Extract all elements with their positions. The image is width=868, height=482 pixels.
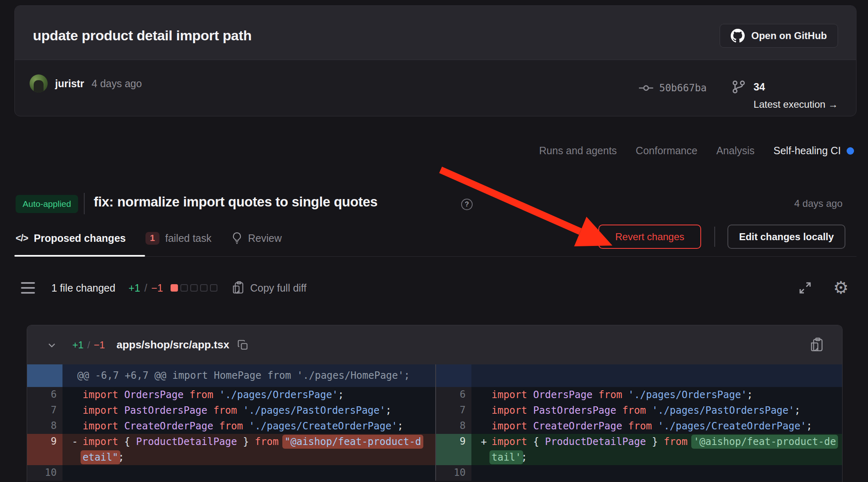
fix-title: fix: normalize import quotes to single q… bbox=[94, 194, 378, 210]
file-stat-slash: / bbox=[87, 339, 90, 351]
tab-review[interactable]: Review bbox=[231, 232, 282, 244]
code-token: './pages/CreateOrderPage' bbox=[249, 420, 397, 432]
open-on-github-button[interactable]: Open on GitHub bbox=[720, 24, 838, 48]
code-token bbox=[527, 389, 533, 401]
line-number-left: 7 bbox=[27, 403, 62, 418]
copy-full-diff-button[interactable]: Copy full diff bbox=[231, 281, 307, 295]
file-deletions: −1 bbox=[94, 339, 105, 351]
code-token: from bbox=[598, 389, 622, 401]
code-text: import CreateOrderPage from './pages/Cre… bbox=[72, 418, 435, 434]
code-token: import bbox=[492, 389, 527, 401]
code-line-left: import OrdersPage from './pages/OrdersPa… bbox=[62, 387, 435, 403]
code-token: } bbox=[237, 436, 255, 447]
hunk-row: @@ -6,7 +6,7 @@ import HomePage from './… bbox=[27, 364, 842, 387]
commit-meta: 50b667ba 34 Latest execution → bbox=[639, 80, 838, 110]
code-token: from bbox=[213, 405, 237, 416]
help-icon[interactable]: ? bbox=[461, 199, 473, 210]
code-line-right: +import { ProductDetailPage } from '@ais… bbox=[471, 434, 842, 465]
additions-stat: +1 bbox=[129, 282, 141, 294]
commit-sha-group[interactable]: 50b667ba bbox=[639, 80, 707, 96]
diff-marker: + bbox=[481, 434, 492, 450]
execution-group: 34 Latest execution → bbox=[732, 80, 838, 110]
code-token: from bbox=[628, 420, 652, 432]
copy-icon bbox=[231, 281, 245, 295]
hunk-gutter-right bbox=[436, 364, 471, 387]
code-token: import bbox=[492, 420, 527, 432]
latest-execution-link[interactable]: Latest execution → bbox=[754, 99, 838, 110]
line-number-left: 9 bbox=[27, 434, 62, 465]
code-token: from bbox=[189, 389, 213, 401]
code-token bbox=[213, 389, 219, 401]
revert-changes-button[interactable]: Revert changes bbox=[598, 225, 701, 249]
auto-applied-badge: Auto-applied bbox=[16, 195, 78, 213]
code-token bbox=[622, 389, 628, 401]
line-number-left: 6 bbox=[27, 387, 62, 403]
diff-row: 6import OrdersPage from './pages/OrdersP… bbox=[27, 387, 842, 403]
code-text: tail'; bbox=[481, 450, 842, 465]
copy-icon[interactable] bbox=[237, 339, 249, 351]
code-token: './pages/PastOrdersPage' bbox=[652, 405, 794, 416]
lightbulb-icon bbox=[231, 232, 242, 244]
code-token: import bbox=[83, 436, 118, 447]
code-token: from bbox=[622, 405, 646, 416]
code-token bbox=[213, 420, 219, 432]
expand-icon[interactable] bbox=[798, 280, 813, 295]
line-number-right: 7 bbox=[436, 403, 471, 418]
tab-review-label: Review bbox=[248, 232, 282, 244]
code-token: import bbox=[83, 389, 118, 401]
divider bbox=[84, 193, 85, 214]
tab-failed-task[interactable]: 1 failed task bbox=[145, 232, 212, 245]
code-token: tail' bbox=[489, 450, 523, 464]
commit-sha: 50b667ba bbox=[659, 82, 707, 94]
edit-changes-locally-button[interactable]: Edit changes locally bbox=[727, 225, 845, 249]
status-dot bbox=[847, 147, 854, 155]
code-token: ; bbox=[397, 420, 403, 432]
tab-proposed-changes-label: Proposed changes bbox=[34, 232, 126, 244]
code-token: import bbox=[492, 405, 527, 416]
code-token bbox=[118, 389, 124, 401]
avatar[interactable] bbox=[30, 74, 48, 93]
diff-card: +1 / −1 apps/shop/src/app.tsx @@ -6,7 +6… bbox=[27, 325, 843, 482]
code-token bbox=[652, 420, 658, 432]
nav-self-healing-ci[interactable]: Self-healing CI bbox=[773, 145, 854, 157]
file-path: apps/shop/src/app.tsx bbox=[116, 338, 229, 351]
nav-analysis[interactable]: Analysis bbox=[716, 145, 755, 157]
diff-body: @@ -6,7 +6,7 @@ import HomePage from './… bbox=[27, 364, 842, 481]
code-token: ; bbox=[747, 389, 753, 401]
code-text: import OrdersPage from './pages/OrdersPa… bbox=[72, 387, 435, 403]
nav-runs-and-agents[interactable]: Runs and agents bbox=[539, 145, 617, 157]
nav-conformance[interactable]: Conformance bbox=[636, 145, 697, 157]
divider bbox=[714, 227, 715, 247]
github-icon bbox=[731, 29, 745, 43]
tabs: </> Proposed changes 1 failed task Revie… bbox=[16, 228, 282, 248]
code-token: CreateOrderPage bbox=[533, 420, 622, 432]
line-number-left: 10 bbox=[27, 465, 62, 481]
diff-row: 7import PastOrdersPage from './pages/Pas… bbox=[27, 403, 842, 418]
hamburger-icon[interactable] bbox=[21, 282, 35, 294]
diff-stat-square bbox=[210, 284, 217, 292]
code-text: import PastOrdersPage from './pages/Past… bbox=[72, 403, 435, 418]
active-tab-underline bbox=[14, 255, 145, 257]
code-token: OrdersPage bbox=[124, 389, 184, 401]
line-number-right: 10 bbox=[436, 465, 471, 481]
gear-icon[interactable]: ⚙ bbox=[833, 280, 849, 295]
code-token: "@aishop/feat-product-d bbox=[282, 435, 423, 449]
chevron-down-icon[interactable] bbox=[46, 339, 58, 351]
copy-file-diff-icon[interactable] bbox=[809, 337, 824, 353]
code-token: { bbox=[527, 436, 545, 447]
code-line-right: import CreateOrderPage from './pages/Cre… bbox=[471, 418, 842, 434]
code-token: OrdersPage bbox=[533, 389, 593, 401]
diff-stat-square bbox=[171, 284, 178, 292]
code-token: './pages/OrdersPage' bbox=[628, 389, 747, 401]
tab-proposed-changes[interactable]: </> Proposed changes bbox=[16, 232, 126, 244]
code-token: { bbox=[118, 436, 136, 447]
code-line-left: import PastOrdersPage from './pages/Past… bbox=[62, 403, 435, 418]
code-line-left: import CreateOrderPage from './pages/Cre… bbox=[62, 418, 435, 434]
code-token bbox=[118, 420, 124, 432]
top-nav: Runs and agents Conformance Analysis Sel… bbox=[539, 145, 854, 157]
code-token bbox=[622, 420, 628, 432]
diff-toolbar: 1 file changed +1 / −1 Copy full diff bbox=[21, 278, 307, 297]
commit-time: 4 days ago bbox=[92, 78, 142, 90]
code-token: import bbox=[83, 420, 118, 432]
code-token: import bbox=[83, 405, 118, 416]
